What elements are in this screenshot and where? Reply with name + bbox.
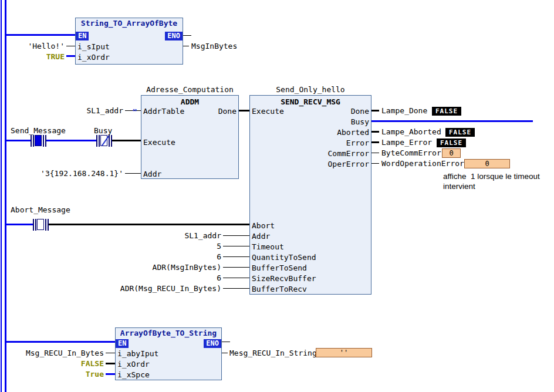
addm-type-title: ADDM (141, 98, 238, 106)
wire-srm-done-stub (371, 110, 379, 111)
monitor-lampe-done-value[interactable]: FALSE (432, 107, 461, 116)
block4-pin-ixordr: i_xOrdr (117, 360, 150, 369)
var-bytecommerror[interactable]: ByteCommError (381, 149, 441, 157)
block1-eno-pin: ENO (165, 32, 183, 40)
contact-abort-message-label: Abort_Message (11, 206, 70, 214)
block1-type-title: String_TO_ArrayOfByte (76, 19, 183, 28)
wire-false-to-ixordr (106, 363, 115, 364)
srm-pin-busy: Busy (351, 118, 369, 126)
wire-rail-to-send-contact (6, 140, 31, 141)
wire-block1-out-stub (183, 46, 189, 46)
wire-hello-to-isiput (66, 46, 75, 46)
addm-instance-name[interactable]: Adresse_Computation (141, 86, 239, 94)
wire-5-to-timeout (223, 246, 249, 246)
wire-true-to-ixspce (106, 373, 115, 375)
var-msginbytes[interactable]: MsgInBytes (191, 42, 237, 50)
srm-pin-quantitytosend: QuantityToSend (252, 254, 316, 262)
wire-adr-to-buffertosend (223, 267, 249, 268)
srm-pin-commerror: CommError (328, 150, 369, 158)
wire-srm-error-stub (371, 141, 379, 143)
wire-addm-done-to-srm-execute (239, 110, 249, 111)
srm-pin-buffertorecv: BufferToRecv (252, 285, 307, 293)
expr-adr-msg-recu-in-bytes[interactable]: ADR(Msg_RECU_In_Bytes) (120, 285, 221, 293)
var-wordoperationerror[interactable]: WordOperationError (381, 160, 464, 168)
wire-6-to-quantitytosend (223, 256, 249, 257)
left-power-rail (5, 0, 6, 392)
var-msg-recu-in-bytes[interactable]: Msg_RECU_In_Bytes (26, 349, 104, 357)
literal-true[interactable]: TRUE (46, 53, 65, 61)
wire-busy-to-addm-execute (112, 140, 141, 141)
addm-pin-execute: Execute (143, 138, 175, 147)
srm-pin-error: Error (346, 139, 369, 147)
block-arrayofbyte-to-string[interactable]: ArrayOfByte_TO_String EN ENO i_abyIput i… (115, 327, 222, 380)
wire-send-to-busy (46, 140, 96, 141)
srm-instance-name[interactable]: Send_Only_hello (249, 86, 371, 94)
block1-en-pin: EN (76, 32, 89, 40)
block-addm[interactable]: ADDM AddrTable Done Execute Addr (141, 95, 239, 179)
contact-abort-message[interactable] (33, 219, 49, 231)
block1-pin-isiput: i_sIput (77, 43, 110, 51)
monitor-bytecommerror-value[interactable]: 0 (442, 148, 461, 158)
timeout-comment-line1: affiche 1 lorsque le timeout (443, 172, 540, 181)
literal-true-spce[interactable]: True (86, 370, 104, 379)
addm-pin-done: Done (218, 107, 237, 116)
expr-adr-msginbytes[interactable]: ADR(MsgInBytes) (153, 263, 221, 272)
monitor-wordoperationerror-value[interactable]: 0 (464, 159, 510, 168)
srm-pin-opererror: OperError (328, 160, 369, 168)
block4-type-title: ArrayOfByte_TO_String (116, 329, 221, 337)
var-sl1-addr-addrtable[interactable]: SL1_addr (86, 107, 123, 115)
srm-type-title: SEND_RECV_MSG (250, 98, 371, 106)
wire-block1-eno-stub (183, 35, 191, 36)
wire-rail-to-block4-en (6, 341, 115, 343)
block1-pin-ixordr: i_xOrdr (77, 53, 110, 62)
wire-rail-to-block1-en (6, 34, 75, 36)
var-mesg-recu-in-string[interactable]: Mesg_RECU_In_String (229, 349, 317, 357)
literal-false[interactable]: FALSE (81, 360, 104, 368)
editor-left-border (1, 0, 2, 392)
contact-send-message[interactable] (31, 135, 46, 147)
contact-busy-state (100, 135, 107, 146)
contact-busy-negated[interactable] (96, 135, 112, 147)
wire-sl1addr-to-srm-addr (223, 235, 249, 236)
contact-send-message-label: Send_Message (11, 127, 66, 135)
contact-send-state-true (35, 135, 42, 146)
srm-pin-sizerecvbuffer: SizeRecvBuffer (252, 275, 316, 283)
wire-srm-opererror-stub (371, 163, 379, 164)
var-lampe-done[interactable]: Lampe_Done (381, 107, 427, 115)
srm-pin-execute: Execute (252, 107, 284, 116)
block4-pin-ixspce: i_xSpce (117, 371, 150, 379)
block4-en-pin: EN (116, 339, 129, 348)
wire-adr-to-buffertorecv (223, 288, 249, 289)
block4-eno-pin: ENO (204, 339, 221, 348)
addm-pin-addr: Addr (143, 170, 161, 178)
wire-rail-to-abort-contact (6, 224, 33, 225)
literal-hello-string[interactable]: 'Hello!' (28, 42, 65, 50)
literal-ip-address[interactable]: '3{192.168.248.1}' (40, 170, 123, 178)
var-lampe-aborted[interactable]: Lampe_Aborted (381, 128, 441, 136)
block4-pin-iabyiput: i_abyIput (117, 350, 158, 358)
block-send-recv-msg[interactable]: SEND_RECV_MSG Execute Done Busy Aborted … (249, 95, 371, 295)
srm-pin-buffertosend: BufferToSend (252, 264, 307, 272)
wire-srm-commerror-stub (371, 153, 379, 153)
monitor-mesg-recu-in-string-value[interactable]: '' (316, 348, 372, 357)
monitor-lampe-error-value[interactable]: FALSE (437, 138, 466, 147)
inout-pin-arrow-icon: ↔ (133, 106, 137, 113)
contact-busy-label: Busy (94, 127, 112, 135)
srm-pin-addr: Addr (252, 232, 270, 241)
var-sl1-addr-srm[interactable]: SL1_addr (184, 232, 221, 240)
wire-6-to-sizerecvbuffer (223, 278, 249, 278)
srm-pin-aborted: Aborted (337, 129, 369, 137)
block-string-to-arrayofbyte[interactable]: String_TO_ArrayOfByte EN ENO i_sIput i_x… (75, 18, 183, 65)
literal-qty-6[interactable]: 6 (217, 253, 221, 261)
wire-msgrecu-to-iabyiput (106, 353, 115, 353)
wire-ip-to-addr (125, 173, 141, 174)
timeout-comment: affiche 1 lorsque le timeoutintervient (443, 171, 540, 191)
srm-pin-abort: Abort (252, 222, 275, 230)
literal-sizerecv-6[interactable]: 6 (217, 274, 221, 282)
var-lampe-error[interactable]: Lampe_Error (381, 138, 432, 147)
literal-timeout-5[interactable]: 5 (217, 242, 221, 251)
addm-pin-addrtable: AddrTable (143, 107, 184, 116)
wire-true-to-ixordr (66, 55, 75, 57)
srm-pin-done: Done (351, 107, 369, 116)
monitor-lampe-aborted-value[interactable]: FALSE (445, 128, 475, 137)
